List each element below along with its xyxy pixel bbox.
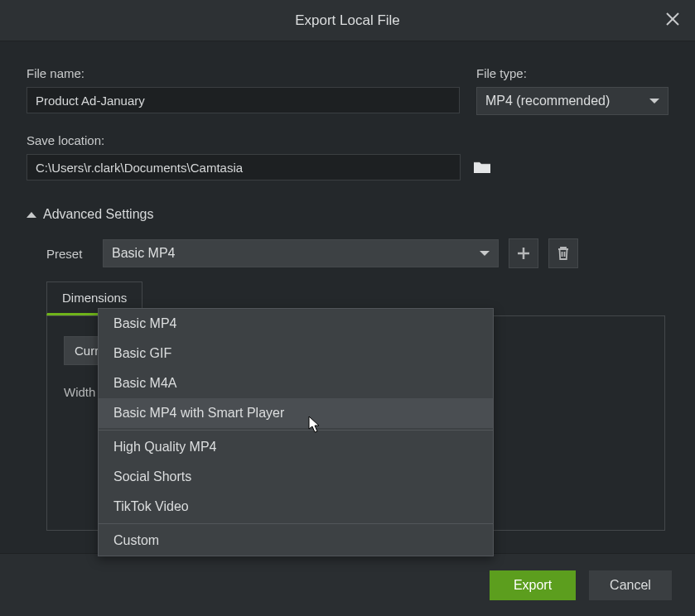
advanced-settings-toggle[interactable]: Advanced Settings bbox=[27, 207, 668, 222]
cancel-button[interactable]: Cancel bbox=[589, 570, 672, 600]
save-location-group: Save location: bbox=[27, 133, 461, 180]
save-location-label: Save location: bbox=[27, 133, 461, 147]
preset-menu-separator bbox=[99, 430, 493, 431]
add-preset-button[interactable] bbox=[509, 238, 538, 268]
preset-option-custom[interactable]: Custom bbox=[99, 526, 493, 556]
preset-option-basic-mp4-smart-player[interactable]: Basic MP4 with Smart Player bbox=[99, 398, 493, 428]
preset-dropdown[interactable]: Basic MP4 bbox=[103, 239, 499, 267]
dialog-content: File name: File type: MP4 (recommended) … bbox=[0, 41, 695, 553]
top-row: File name: File type: MP4 (recommended) bbox=[27, 66, 668, 115]
folder-icon bbox=[472, 159, 492, 176]
titlebar: Export Local File bbox=[0, 0, 695, 41]
chevron-up-icon bbox=[27, 212, 36, 218]
preset-label: Preset bbox=[46, 247, 93, 261]
file-type-value: MP4 (recommended) bbox=[485, 94, 610, 108]
width-label: Width bbox=[64, 385, 95, 399]
file-name-label: File name: bbox=[27, 66, 460, 80]
preset-option-social-shorts[interactable]: Social Shorts bbox=[99, 462, 493, 492]
preset-option-basic-mp4[interactable]: Basic MP4 bbox=[99, 309, 493, 339]
dialog-title: Export Local File bbox=[295, 12, 400, 29]
preset-menu-separator bbox=[99, 523, 493, 524]
close-button[interactable] bbox=[665, 12, 685, 31]
trash-icon bbox=[555, 245, 572, 262]
chevron-down-icon bbox=[480, 251, 490, 256]
browse-folder-button[interactable] bbox=[471, 156, 494, 179]
file-type-dropdown[interactable]: MP4 (recommended) bbox=[476, 87, 668, 115]
delete-preset-button[interactable] bbox=[548, 238, 578, 268]
preset-row: Preset Basic MP4 bbox=[27, 238, 668, 268]
preset-option-high-quality-mp4[interactable]: High Quality MP4 bbox=[99, 432, 493, 462]
close-icon bbox=[665, 12, 680, 26]
advanced-settings-title: Advanced Settings bbox=[43, 207, 153, 222]
export-dialog: Export Local File File name: File type: … bbox=[0, 0, 695, 616]
file-name-input[interactable] bbox=[27, 87, 460, 113]
file-type-group: File type: MP4 (recommended) bbox=[476, 66, 668, 115]
chevron-down-icon bbox=[649, 99, 659, 103]
save-location-row: Save location: bbox=[27, 133, 668, 180]
preset-option-tiktok-video[interactable]: TikTok Video bbox=[99, 492, 493, 522]
preset-dropdown-menu: Basic MP4 Basic GIF Basic M4A Basic MP4 … bbox=[98, 308, 494, 556]
preset-option-basic-m4a[interactable]: Basic M4A bbox=[99, 368, 493, 398]
plus-icon bbox=[515, 245, 532, 262]
file-type-label: File type: bbox=[476, 66, 668, 80]
file-name-group: File name: bbox=[27, 66, 460, 115]
preset-value: Basic MP4 bbox=[112, 246, 175, 261]
dialog-footer: Export Cancel bbox=[0, 553, 695, 616]
save-location-input[interactable] bbox=[27, 154, 461, 180]
preset-option-basic-gif[interactable]: Basic GIF bbox=[99, 339, 493, 368]
export-button[interactable]: Export bbox=[490, 570, 576, 600]
